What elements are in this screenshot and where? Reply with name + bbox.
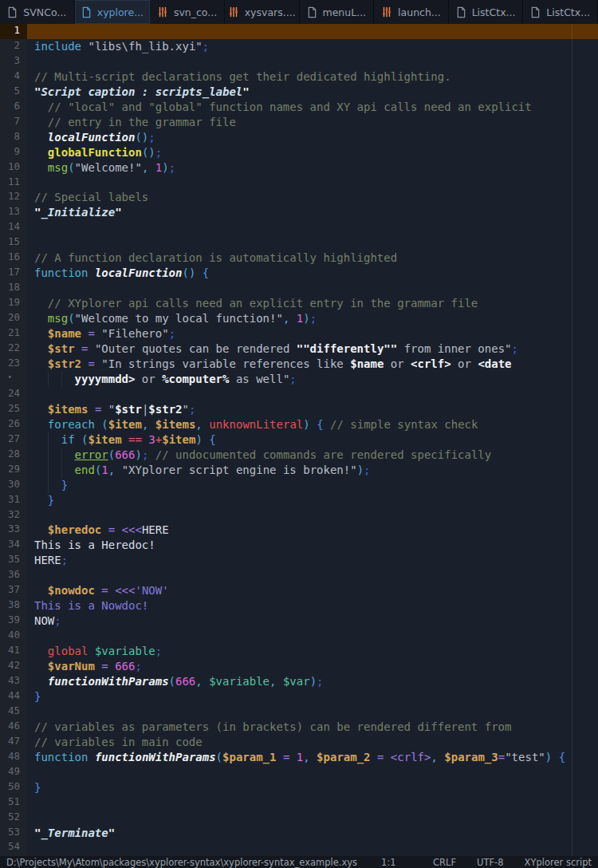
code-line[interactable]: } [27, 493, 598, 508]
token-txt [34, 645, 48, 657]
token-num: 1 [297, 312, 303, 325]
code-line[interactable]: // Multi-script declarations get their d… [27, 69, 598, 85]
code-line[interactable] [27, 765, 598, 780]
code-line[interactable]: $str = "Outer quotes can be rendered ""d… [27, 341, 598, 357]
token-brace: } [34, 690, 41, 703]
code-line[interactable] [27, 220, 598, 235]
code-line[interactable]: } [27, 689, 598, 704]
code-row: 43 functionWithParams(666, $variable, $v… [0, 674, 598, 689]
code-line[interactable]: $heredoc = <<<HERE [27, 523, 598, 538]
code-line[interactable] [27, 795, 598, 811]
code-line[interactable] [27, 811, 598, 826]
line-number: 36 [0, 568, 27, 583]
code-line[interactable]: // Special labels [27, 190, 598, 205]
token-txt [75, 433, 81, 446]
code-line[interactable]: function localFunction() { [27, 266, 598, 281]
code-line[interactable]: msg("Welcome to my local function!", 1); [27, 311, 598, 326]
code-line[interactable]: $items = "$str|$str2"; [27, 402, 598, 417]
code-line[interactable]: global $variable; [27, 644, 598, 659]
code-line[interactable]: $name = "Filehero"; [27, 326, 598, 341]
token-op: = [101, 584, 108, 597]
token-str: or [451, 357, 478, 370]
code-line[interactable] [27, 568, 598, 583]
code-row: 49 [0, 765, 598, 780]
tab-label: svn_co... [174, 6, 217, 18]
code-line[interactable]: if ($item == 3+$item) { [27, 432, 598, 448]
code-line[interactable]: $str2 = "In strings variable references … [27, 357, 598, 372]
code-line[interactable]: This is a Nowdoc! [27, 598, 598, 614]
token-txt [108, 584, 115, 597]
code-line[interactable]: This is a Heredoc! [27, 538, 598, 553]
code-line[interactable]: // variables as parameters (in brackets)… [27, 720, 598, 735]
code-line[interactable]: // XYplorer api calls need an explicit e… [27, 296, 598, 311]
code-line[interactable]: "_Terminate" [27, 826, 598, 841]
token-ndoc: This is a Nowdoc! [34, 599, 148, 612]
tab-launch[interactable]: launch... [374, 0, 449, 24]
code-line[interactable] [27, 281, 598, 296]
code-line[interactable] [27, 235, 598, 251]
token-txt [203, 433, 209, 446]
tab-xyplore[interactable]: xyplore... [75, 0, 151, 24]
tab-menul[interactable]: menuL... [300, 0, 375, 24]
code-line[interactable] [27, 176, 598, 191]
file-path: D:\Projects\My\Atom\packages\xyplorer-sy… [6, 857, 357, 868]
encoding-indicator[interactable]: UTF-8 [477, 857, 504, 868]
code-line[interactable]: error(666); // undocumented commands are… [27, 448, 598, 463]
code-line[interactable]: globalFunction(); [27, 145, 598, 160]
token-txt [34, 357, 48, 370]
code-line[interactable]: NOW; [27, 614, 598, 629]
line-number: 12 [0, 190, 27, 205]
code-line[interactable]: foreach ($item, $items, unknownLiteral) … [27, 417, 598, 432]
token-strb: ""differently"" [297, 342, 397, 355]
code-line[interactable]: // A function declaration is automatical… [27, 251, 598, 266]
tab-label: menuL... [323, 6, 367, 18]
tab-svnco[interactable]: SVNCo... [0, 0, 75, 24]
code-line[interactable]: function functionWithParams($param_1 = 1… [27, 750, 598, 765]
token-var: $param_2 [317, 751, 370, 763]
token-txt [88, 266, 94, 279]
code-line[interactable]: end(1, "XYplorer script engine is broken… [27, 463, 598, 478]
code-line[interactable]: "Script caption : scripts_label" [27, 85, 598, 100]
tab-xysvars[interactable]: xysvars.... [225, 0, 300, 24]
line-ending-indicator[interactable]: CRLF [433, 857, 456, 868]
code-row: 12// Special labels [0, 190, 598, 205]
code-line[interactable]: // "local" and "global" function names a… [27, 100, 598, 115]
tab-listctx[interactable]: ListCtx... [449, 0, 524, 24]
code-line[interactable]: functionWithParams(666, $variable, $var)… [27, 674, 598, 689]
tab-svn_co[interactable]: svn_co... [150, 0, 225, 24]
grammar-indicator[interactable]: XYplorer script [525, 857, 592, 868]
code-line[interactable]: $nowdoc = <<<'NOW' [27, 583, 598, 598]
code-line[interactable] [27, 54, 598, 69]
code-line[interactable]: include "libs\fh_lib.xyi"; [27, 39, 598, 54]
token-pun: ( [68, 312, 74, 325]
token-op: = [498, 751, 505, 763]
token-txt [34, 448, 75, 461]
token-var: $nowdoc [48, 584, 95, 597]
code-line[interactable]: HERE; [27, 553, 598, 568]
cursor-position[interactable]: 1:1 [381, 857, 396, 868]
token-var: $item [108, 418, 142, 431]
token-str: from inner ones" [397, 342, 511, 355]
code-row: 54 [0, 840, 598, 855]
code-line[interactable]: // variables in main code [27, 735, 598, 750]
code-line[interactable]: localFunction(); [27, 130, 598, 145]
code-line[interactable]: "_Initialize" [27, 205, 598, 220]
code-editor[interactable]: 12include "libs\fh_lib.xyi";34// Multi-s… [0, 24, 598, 856]
code-line[interactable]: // entry in the grammar file [27, 115, 598, 130]
code-line[interactable]: } [27, 780, 598, 795]
code-line[interactable] [27, 704, 598, 720]
code-line[interactable] [27, 840, 598, 855]
code-line[interactable] [27, 508, 598, 523]
code-line[interactable]: $varNum = 666; [27, 659, 598, 674]
code-line[interactable]: } [27, 478, 598, 493]
line-number: 1 [0, 24, 27, 39]
token-txt [34, 494, 48, 507]
code-line[interactable] [27, 629, 598, 644]
tab-listctx[interactable]: ListCtx... [523, 0, 598, 24]
code-line[interactable]: msg("Welcome!", 1); [27, 160, 598, 176]
code-line[interactable]: yyyymmdd> or %computer% as well"; [27, 372, 598, 387]
token-kw: include [34, 40, 81, 53]
code-line[interactable] [27, 387, 598, 402]
code-line[interactable] [27, 24, 598, 39]
line-number: 53 [0, 826, 27, 841]
